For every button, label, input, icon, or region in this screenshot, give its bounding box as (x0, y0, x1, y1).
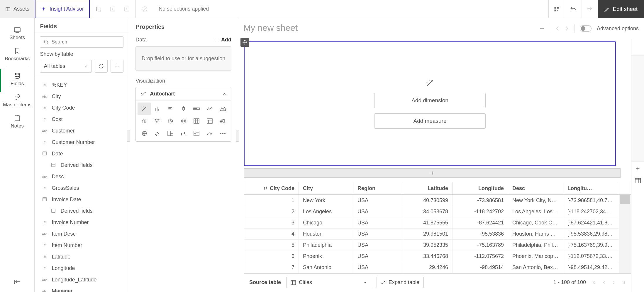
hide-table-button[interactable] (631, 175, 644, 187)
table-row[interactable]: 2Los AngelesUSA34.053678-118.242702Los A… (244, 206, 619, 217)
table-row[interactable]: 7San AntonioUSA29.4246-98.49514San Anton… (244, 262, 619, 273)
move-handle-icon[interactable] (240, 38, 249, 47)
field-item[interactable]: #Invoice Number (35, 217, 129, 228)
collapse-panel-icon[interactable] (14, 279, 21, 286)
field-item[interactable]: #Customer Number (35, 137, 129, 148)
table-row[interactable]: 1New YorkUSA40.730599-73.986581New York … (244, 195, 619, 206)
table-row[interactable]: 4HoustonUSA29.981501-95.53836Houston, Ha… (244, 229, 619, 240)
chart-distribution-icon[interactable] (151, 115, 164, 127)
selections-tool-button[interactable] (548, 0, 565, 18)
chart-map-icon[interactable] (138, 127, 151, 140)
sidebar-item-sheets[interactable]: Sheets (0, 24, 34, 44)
sidebar-item-fields[interactable]: Fields (0, 69, 34, 90)
field-item[interactable]: #Longitude (35, 263, 129, 274)
chart-gauge-icon[interactable] (203, 127, 216, 140)
column-header[interactable]: Desc (508, 182, 563, 194)
chart-line-icon[interactable] (203, 103, 216, 115)
insight-icon (41, 6, 47, 12)
table-row[interactable]: 3ChicagoUSA41.875555-87.624421Chicago, C… (244, 217, 619, 229)
field-item[interactable]: AbcLongitude_Latitude (35, 274, 129, 286)
field-item[interactable]: AbcCity (35, 91, 129, 102)
table-row[interactable]: 5PhiladelphiaUSA39.952335-75.163789Phila… (244, 240, 619, 251)
table-row[interactable]: 6PhoenixUSA33.446768-112.075672Phoenix, … (244, 251, 619, 262)
chart-combo-icon[interactable] (138, 115, 151, 127)
field-item[interactable]: #Cost (35, 114, 129, 125)
fields-search[interactable] (40, 36, 123, 48)
source-table-select[interactable]: Cities (286, 277, 371, 288)
table-filter-select[interactable]: All tables (40, 60, 92, 73)
column-header[interactable]: Region (353, 182, 403, 194)
field-item[interactable]: Derived fields (35, 160, 129, 171)
expand-table-button[interactable]: Expand table (377, 277, 424, 288)
field-item[interactable]: Invoice Date (35, 194, 129, 205)
field-item[interactable]: AbcCustomer (35, 125, 129, 137)
expand-icon (381, 280, 386, 285)
chart-kpi-icon[interactable]: #1 (216, 115, 229, 127)
column-header[interactable]: Longitude (453, 182, 508, 194)
chart-pie-icon[interactable] (164, 115, 177, 127)
field-item[interactable]: #City Code (35, 102, 129, 114)
undo-button[interactable] (565, 0, 581, 18)
sidebar-item-master-items[interactable]: Master items (0, 90, 34, 111)
chart-treemap-icon[interactable] (164, 127, 177, 140)
page-last-icon (621, 280, 626, 285)
chart-hbar-icon[interactable] (164, 103, 177, 115)
svg-line-6 (143, 7, 146, 11)
add-field-button[interactable] (111, 60, 123, 73)
field-item[interactable]: #%KEY (35, 79, 129, 91)
advanced-toggle[interactable] (580, 25, 592, 32)
chart-pivot-icon[interactable] (203, 115, 216, 127)
source-table-label: Source table (249, 279, 281, 286)
chart-waterfall-icon[interactable] (177, 127, 190, 140)
add-measure-button[interactable]: Add measure (374, 113, 486, 129)
visualization-placeholder[interactable]: Add dimension Add measure (244, 41, 616, 166)
add-row-strip[interactable] (244, 168, 621, 178)
scrollbar-thumb[interactable] (620, 195, 630, 204)
field-item[interactable]: AbcItem Desc (35, 228, 129, 240)
assets-button[interactable]: Assets (0, 0, 35, 18)
smart-search-icon[interactable] (95, 6, 102, 13)
refresh-button[interactable] (95, 60, 108, 73)
chart-scatter-icon[interactable] (151, 127, 164, 140)
bookmark-icon (15, 48, 20, 54)
chart-bullet-icon[interactable] (190, 103, 203, 115)
chart-box-icon[interactable] (177, 103, 190, 115)
column-header[interactable]: City (299, 182, 353, 194)
svg-line-78 (210, 133, 211, 135)
column-header[interactable]: Longitu… (563, 182, 619, 194)
insight-advisor-button[interactable]: Insight Advisor (35, 0, 90, 18)
column-header[interactable]: Latitude (403, 182, 453, 194)
field-item[interactable]: #Item Number (35, 240, 129, 251)
field-item[interactable]: #GrossSales (35, 182, 129, 194)
field-drop-zone[interactable]: Drop field to use or for a suggestion (135, 46, 231, 71)
chart-autochart-icon[interactable] (138, 103, 151, 115)
field-item[interactable]: Date (35, 148, 129, 160)
chart-mekko-icon[interactable] (190, 127, 203, 140)
chevron-up-icon (222, 92, 226, 96)
add-dimension-button[interactable]: Add dimension (374, 93, 486, 108)
add-data-button[interactable]: Add (215, 37, 231, 43)
visualization-select[interactable]: Autochart (136, 87, 231, 101)
sidebar-item-bookmarks[interactable]: Bookmarks (0, 44, 34, 65)
show-by-label: Show by table (35, 51, 129, 60)
svg-rect-86 (291, 280, 296, 284)
add-column-button[interactable] (631, 162, 644, 175)
sheet-title[interactable]: My new sheet (243, 21, 535, 36)
svg-rect-7 (555, 7, 556, 9)
database-icon (14, 73, 21, 79)
chart-area-icon[interactable] (216, 103, 229, 115)
add-sheet-icon[interactable] (539, 26, 545, 31)
field-item[interactable]: Derived fields (35, 205, 129, 217)
page-prev-icon (602, 280, 606, 285)
sidebar-item-notes[interactable]: Notes (0, 111, 34, 132)
chart-donut-icon[interactable] (177, 115, 190, 127)
chart-table-icon[interactable] (190, 115, 203, 127)
edit-sheet-button[interactable]: Edit sheet (598, 0, 644, 18)
chart-more-icon[interactable] (216, 127, 229, 140)
field-item[interactable]: #Latitude (35, 251, 129, 263)
column-header[interactable]: City Code (244, 182, 299, 194)
field-item[interactable]: AbcManager (35, 286, 129, 292)
fields-search-input[interactable] (51, 39, 120, 45)
field-item[interactable]: AbcDesc (35, 171, 129, 182)
chart-bar-icon[interactable] (151, 103, 164, 115)
